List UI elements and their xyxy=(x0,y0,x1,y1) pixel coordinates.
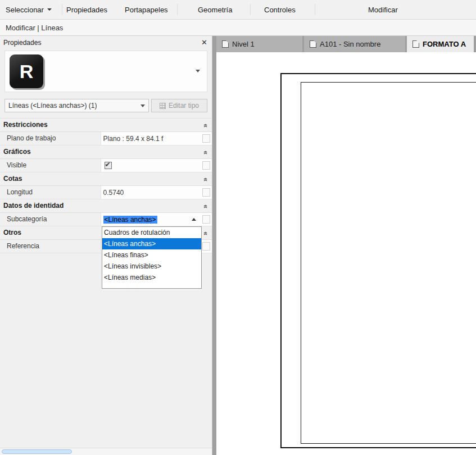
section-title: Cotas xyxy=(3,175,22,183)
title-block-border xyxy=(301,82,476,444)
view-tab-label: A101 - Sin nombre xyxy=(320,40,380,48)
edit-type-button[interactable]: Editar tipo xyxy=(151,99,207,112)
type-preview[interactable]: R xyxy=(4,51,207,92)
drawing-area: Nivel 1 A101 - Sin nombre FORMATO A xyxy=(212,36,476,455)
ribbon-panel-modificar[interactable]: Modificar xyxy=(368,0,398,19)
collapse-chevron-icon[interactable]: « xyxy=(199,178,212,181)
property-row-visible: Visible xyxy=(0,159,212,172)
section-cotas[interactable]: Cotas « xyxy=(0,172,212,186)
chevron-up-icon[interactable] xyxy=(192,218,196,221)
view-tab-formato-a[interactable]: FORMATO A xyxy=(407,36,474,52)
subcategory-dropdown-list: Cuadros de rotulación <Líneas anchas> <L… xyxy=(102,226,202,289)
type-selector-combo[interactable]: Líneas (<Líneas anchas>) (1) xyxy=(4,99,149,112)
property-value[interactable]: Plano : 59.4 x 84.1 f xyxy=(101,132,201,145)
section-graficos[interactable]: Gráficos « xyxy=(0,145,212,159)
ribbon-bar: Seleccionar Propiedades Portapapeles Geo… xyxy=(0,0,476,20)
close-icon[interactable]: ✕ xyxy=(201,36,207,49)
property-row-longitud: Longitud 0.5740 xyxy=(0,186,212,199)
collapse-chevron-icon[interactable]: « xyxy=(199,204,212,208)
document-icon xyxy=(412,40,419,48)
drawing-canvas[interactable] xyxy=(216,52,476,455)
scrollbar-thumb[interactable] xyxy=(2,449,72,454)
properties-title: Propiedades xyxy=(3,39,41,47)
type-selector-row: Líneas (<Líneas anchas>) (1) Editar tipo xyxy=(4,99,207,112)
collapse-chevron-icon[interactable]: « xyxy=(199,124,212,128)
chevron-down-icon xyxy=(47,8,52,11)
property-label: Longitud xyxy=(0,186,101,199)
ribbon-panel-propiedades[interactable]: Propiedades xyxy=(66,0,107,19)
revit-window: Seleccionar Propiedades Portapapeles Geo… xyxy=(0,0,476,455)
document-icon xyxy=(310,40,316,48)
edit-type-icon xyxy=(160,103,166,109)
property-value xyxy=(101,159,201,172)
chevron-down-icon xyxy=(140,104,145,107)
property-label: Plano de trabajo xyxy=(0,132,101,145)
ribbon-separator xyxy=(315,4,315,15)
ribbon-separator xyxy=(177,4,178,15)
view-tab-label: FORMATO A xyxy=(423,40,466,48)
edit-type-label: Editar tipo xyxy=(169,102,199,110)
mode-bar: Modificar | Líneas xyxy=(0,20,476,36)
view-tab-a101[interactable]: A101 - Sin nombre xyxy=(304,36,405,52)
subcategory-combo[interactable]: <Líneas anchas> xyxy=(101,213,201,226)
document-icon xyxy=(222,40,229,48)
collapse-chevron-icon[interactable]: « xyxy=(199,151,212,154)
ribbon-panel-portapapeles[interactable]: Portapapeles xyxy=(125,0,168,19)
visible-checkbox[interactable] xyxy=(105,162,112,169)
subcategory-selected-value: <Líneas anchas> xyxy=(103,216,157,224)
ribbon-separator xyxy=(62,4,62,15)
property-row-subcategoria: Subcategoría <Líneas anchas> xyxy=(0,213,212,226)
view-tab-nivel-1[interactable]: Nivel 1 xyxy=(216,36,302,52)
section-title: Datos de identidad xyxy=(3,202,64,210)
ribbon-panel-seleccionar[interactable]: Seleccionar xyxy=(6,0,52,19)
ribbon-panel-geometria[interactable]: Geometría xyxy=(198,0,232,19)
associate-parameter-button[interactable] xyxy=(202,188,210,197)
dropdown-item[interactable]: <Líneas medias> xyxy=(102,272,201,283)
property-row-plano-de-trabajo: Plano de trabajo Plano : 59.4 x 84.1 f xyxy=(0,132,212,145)
view-tab-label: Nivel 1 xyxy=(232,40,255,48)
section-title: Restricciones xyxy=(3,121,48,129)
ribbon-panel-label: Seleccionar xyxy=(6,6,44,14)
property-label: Subcategoría xyxy=(0,213,101,226)
section-datos-de-identidad[interactable]: Datos de identidad « xyxy=(0,199,212,213)
associate-parameter-button[interactable] xyxy=(202,242,210,251)
horizontal-scrollbar[interactable] xyxy=(0,448,212,455)
chevron-down-icon[interactable] xyxy=(196,70,200,72)
property-label: Visible xyxy=(0,159,101,172)
properties-header[interactable]: Propiedades ✕ xyxy=(0,36,212,49)
dropdown-item-selected[interactable]: <Líneas anchas> xyxy=(102,238,201,249)
section-title: Gráficos xyxy=(3,148,31,156)
dropdown-item[interactable]: <Líneas invisibles> xyxy=(102,261,201,272)
section-restricciones[interactable]: Restricciones « xyxy=(0,119,212,132)
property-value[interactable]: 0.5740 xyxy=(101,186,201,199)
dropdown-item[interactable]: Cuadros de rotulación xyxy=(102,227,201,238)
ribbon-separator xyxy=(250,4,251,15)
associate-parameter-button[interactable] xyxy=(202,161,210,170)
properties-panel: Propiedades ✕ R Líneas (<Líneas anchas>)… xyxy=(0,36,212,455)
property-label: Referencia xyxy=(0,240,101,253)
view-tab-strip: Nivel 1 A101 - Sin nombre FORMATO A xyxy=(212,36,476,52)
type-selector-value: Líneas (<Líneas anchas>) (1) xyxy=(8,102,97,110)
associate-parameter-button[interactable] xyxy=(202,134,210,143)
section-title: Otros xyxy=(3,229,21,236)
revit-logo-icon: R xyxy=(10,54,43,88)
mode-bar-label: Modificar | Líneas xyxy=(6,24,63,32)
ribbon-panel-controles[interactable]: Controles xyxy=(264,0,296,19)
associate-parameter-button[interactable] xyxy=(202,215,210,224)
dropdown-item[interactable]: <Líneas finas> xyxy=(102,249,201,261)
